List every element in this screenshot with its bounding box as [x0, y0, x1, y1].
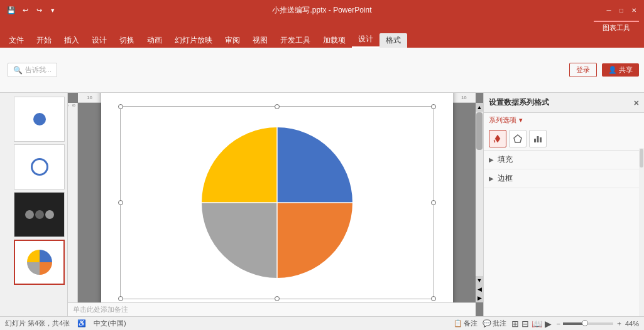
- scroll-down-arrow[interactable]: ▼: [476, 276, 483, 285]
- share-button[interactable]: 👤 共享: [602, 63, 639, 77]
- series-options-icon-btn[interactable]: [529, 130, 547, 147]
- search-placeholder: 告诉我...: [25, 65, 52, 75]
- close-button[interactable]: ✕: [629, 5, 639, 15]
- zoom-in-button[interactable]: ＋: [616, 319, 623, 328]
- reading-view-button[interactable]: 📖: [532, 319, 542, 329]
- scroll-left-arrow[interactable]: ▶: [476, 294, 483, 302]
- slide-panel: 1 2 3 4: [0, 93, 68, 316]
- notes-placeholder: 单击此处添加备注: [73, 305, 128, 314]
- panel-header: 设置数据系列格式 ×: [484, 93, 644, 113]
- title-bar: 💾 ↩ ↪ ▾ 小推送编写.pptx - PowerPoint ─ □ ✕: [0, 0, 644, 20]
- slide-2-wrapper: 2: [3, 144, 65, 189]
- panel-subtitle-area[interactable]: 系列选项 ▾: [484, 113, 644, 127]
- tab-chart-format[interactable]: 格式: [379, 33, 407, 48]
- fill-label: 填充: [498, 154, 513, 165]
- border-section[interactable]: ▶ 边框: [484, 169, 644, 188]
- notes-button[interactable]: 📋 备注: [454, 319, 478, 328]
- ribbon-tabs: 文件 开始 插入 设计 切换 动画 幻灯片放映 审阅 视图 开发工具 加载项 设…: [0, 34, 644, 48]
- effects-icon-btn[interactable]: [509, 130, 527, 147]
- slide-content[interactable]: [101, 93, 453, 316]
- accessibility-icon[interactable]: ♿: [77, 319, 86, 327]
- login-button[interactable]: 登录: [569, 63, 597, 77]
- slide-3-thumbnail[interactable]: [14, 192, 65, 237]
- tab-transitions[interactable]: 切换: [113, 33, 141, 48]
- slideshow-button[interactable]: ▶: [545, 319, 552, 329]
- tab-view[interactable]: 视图: [246, 33, 274, 48]
- slide-sorter-button[interactable]: ⊟: [521, 319, 529, 329]
- slide-1-thumbnail[interactable]: [14, 97, 65, 142]
- tab-addins[interactable]: 加载项: [317, 33, 352, 48]
- panel-icon-row: [484, 127, 644, 151]
- handle-bottom-left[interactable]: [118, 296, 123, 301]
- panel-scroll-thumb[interactable]: [640, 149, 643, 168]
- tab-home[interactable]: 开始: [30, 33, 58, 48]
- chart-tools-bar: 图表工具: [0, 20, 644, 34]
- status-right-area: 📋 备注 💬 批注 ⊞ ⊟ 📖 ▶ − ＋ 44%: [454, 319, 639, 329]
- slide-canvas: [78, 103, 476, 302]
- quick-access-toolbar: 💾 ↩ ↪ ▾: [5, 4, 59, 16]
- notes-label: 备注: [464, 319, 478, 328]
- slide-3-content: [25, 210, 54, 219]
- scroll-up-arrow[interactable]: ▲: [476, 103, 483, 112]
- panel-scrollbar[interactable]: [639, 148, 644, 316]
- vertical-scrollbar[interactable]: ▲ ▼ ◀ ▶: [476, 103, 483, 302]
- slide-2-thumbnail[interactable]: [14, 144, 65, 189]
- panel-title: 设置数据系列格式: [489, 97, 549, 108]
- fill-section[interactable]: ▶ 填充: [484, 151, 644, 169]
- save-icon[interactable]: 💾: [5, 4, 18, 16]
- handle-middle-left[interactable]: [118, 200, 123, 205]
- comments-label: 批注: [493, 319, 506, 328]
- chart-tools-label: 图表工具: [594, 21, 639, 34]
- main-area: 1 2 3 4: [0, 93, 644, 316]
- slide-count: 幻灯片 第4张，共4张: [5, 319, 70, 328]
- slide-4-wrapper: 4: [3, 240, 65, 285]
- normal-view-button[interactable]: ⊞: [511, 319, 519, 329]
- border-label: 边框: [498, 173, 513, 184]
- scroll-thumb[interactable]: [476, 112, 483, 150]
- ribbon-body: 🔍 告诉我... 登录 👤 共享: [0, 48, 644, 93]
- svg-marker-2: [514, 135, 521, 142]
- chart-container[interactable]: [120, 106, 434, 299]
- search-box[interactable]: 🔍 告诉我...: [8, 63, 57, 77]
- zoom-slider[interactable]: [563, 322, 613, 325]
- slide-3-wrapper: 3: [3, 192, 65, 237]
- right-panel: 设置数据系列格式 × 系列选项 ▾: [483, 93, 644, 316]
- zoom-thumb[interactable]: [582, 320, 588, 326]
- handle-bottom-center[interactable]: [275, 296, 280, 301]
- slide-4-thumbnail[interactable]: [14, 240, 65, 285]
- handle-bottom-right[interactable]: [431, 296, 436, 301]
- status-bar: 幻灯片 第4张，共4张 ♿ 中文(中国) 📋 备注 💬 批注 ⊞ ⊟ 📖 ▶ −…: [0, 316, 644, 330]
- fill-expand-arrow: ▶: [489, 156, 494, 163]
- tab-insert[interactable]: 插入: [58, 33, 85, 48]
- handle-middle-right[interactable]: [431, 200, 436, 205]
- fill-effects-icon-btn[interactable]: [489, 130, 506, 147]
- handle-top-left[interactable]: [118, 104, 123, 109]
- slide-2-content: [31, 158, 48, 176]
- share-label: 共享: [619, 65, 633, 75]
- redo-icon[interactable]: ↪: [33, 4, 45, 16]
- zoom-out-button[interactable]: −: [557, 320, 560, 327]
- tab-design[interactable]: 设计: [85, 33, 113, 48]
- undo-icon[interactable]: ↩: [19, 4, 31, 16]
- ruler-marks-v: 8 6 4 2 0 2 4 6 8: [68, 103, 77, 108]
- pie-chart: [195, 121, 359, 284]
- ribbon-search-area: 🔍 告诉我...: [8, 63, 57, 77]
- tab-animation[interactable]: 动画: [141, 33, 168, 48]
- handle-top-center[interactable]: [275, 104, 280, 109]
- handle-top-right[interactable]: [431, 104, 436, 109]
- panel-close-button[interactable]: ×: [634, 98, 639, 108]
- tab-slideshow[interactable]: 幻灯片放映: [168, 33, 219, 48]
- scroll-right-arrow[interactable]: ◀: [476, 285, 483, 294]
- comments-button[interactable]: 💬 批注: [483, 319, 506, 328]
- tab-developer[interactable]: 开发工具: [274, 33, 317, 48]
- customize-icon[interactable]: ▾: [46, 4, 59, 16]
- minimize-button[interactable]: ─: [604, 5, 614, 15]
- panel-subtitle: 系列选项: [489, 115, 516, 125]
- title-bar-left: 💾 ↩ ↪ ▾: [5, 4, 59, 16]
- pentagon-icon: [513, 134, 523, 144]
- tab-chart-design[interactable]: 设计: [352, 32, 379, 48]
- restore-button[interactable]: □: [616, 5, 626, 15]
- notes-bar[interactable]: 单击此处添加备注: [68, 302, 476, 316]
- tab-file[interactable]: 文件: [3, 33, 30, 48]
- tab-review[interactable]: 审阅: [219, 33, 246, 48]
